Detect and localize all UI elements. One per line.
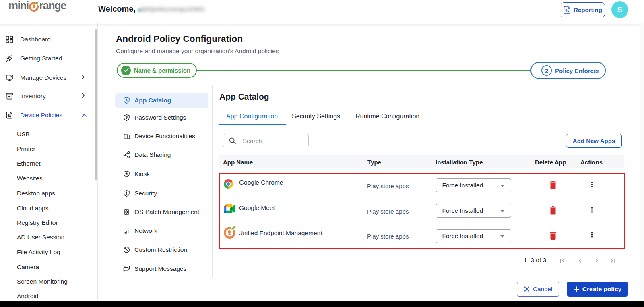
svg-text:range: range — [39, 0, 67, 12]
svg-text:mini: mini — [8, 0, 29, 12]
